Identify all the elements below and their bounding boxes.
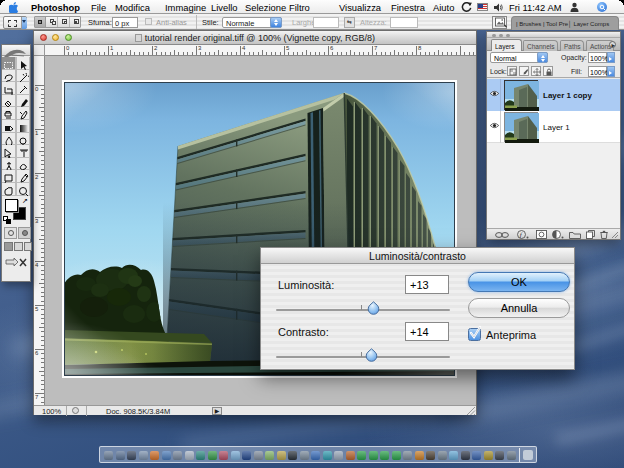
svg-text:f: f	[520, 231, 523, 239]
